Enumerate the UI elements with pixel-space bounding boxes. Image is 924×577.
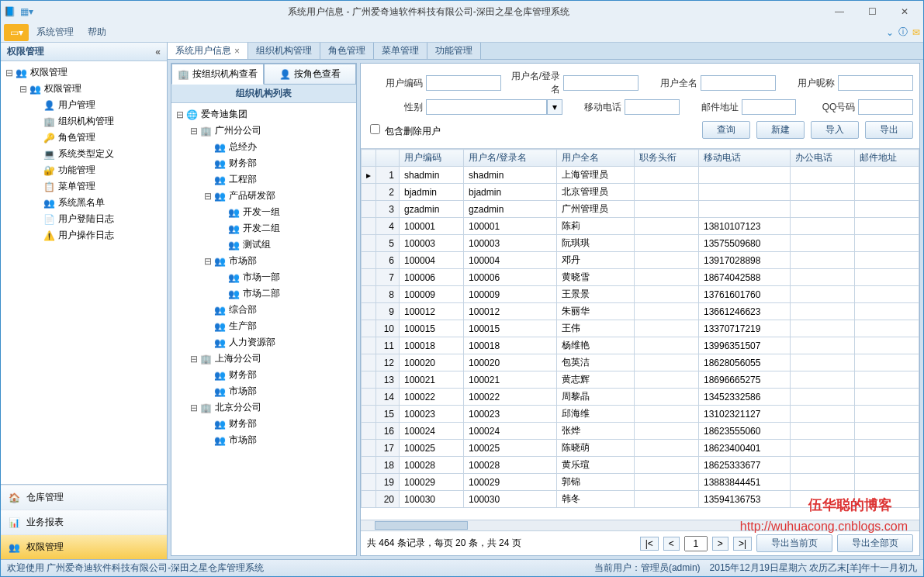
sidebar-item[interactable]: 🔑角色管理 bbox=[33, 130, 164, 146]
table-row[interactable]: 5100003100003阮琪琪13575509680 bbox=[362, 235, 919, 252]
query-button[interactable]: 查询 bbox=[702, 121, 750, 139]
table-row[interactable]: 18100028100028黄乐瑄18625333677 bbox=[362, 457, 919, 474]
doc-tab[interactable]: 角色管理 bbox=[320, 43, 374, 59]
nav-item[interactable]: 👥权限管理 bbox=[1, 534, 167, 559]
org-node[interactable]: 👥开发一组 bbox=[218, 204, 353, 220]
info-icon[interactable]: ⓘ bbox=[898, 26, 908, 39]
input-code[interactable] bbox=[426, 75, 501, 91]
sidebar-item[interactable]: 📋菜单管理 bbox=[33, 178, 164, 195]
input-login[interactable] bbox=[563, 75, 638, 91]
close-icon[interactable]: × bbox=[234, 46, 240, 57]
collapse-icon[interactable]: « bbox=[155, 47, 161, 57]
org-node[interactable]: 👥市场二部 bbox=[218, 285, 353, 302]
horizontal-scrollbar[interactable] bbox=[361, 520, 919, 530]
table-row[interactable]: 8100009100009王景景13761601760 bbox=[362, 286, 919, 303]
org-node[interactable]: ⊟🏢上海分公司 bbox=[190, 351, 353, 367]
sidebar-item[interactable]: 💻系统类型定义 bbox=[33, 146, 164, 162]
org-node[interactable]: ⊟👥市场部 bbox=[204, 253, 353, 269]
org-node[interactable]: 👥总经办 bbox=[204, 139, 353, 155]
sidebar-item[interactable]: 📄用户登陆日志 bbox=[33, 211, 164, 227]
qat-icon[interactable]: ▦▾ bbox=[20, 6, 33, 17]
org-node[interactable]: 👥市场部 bbox=[204, 432, 353, 448]
doc-tab[interactable]: 菜单管理 bbox=[374, 43, 427, 59]
table-row[interactable]: 19100029100029郭锦13883844451 bbox=[362, 474, 919, 491]
table-row[interactable]: 20100030100030韩冬13594136753 bbox=[362, 491, 919, 508]
export-all-pages-button[interactable]: 导出全部页 bbox=[837, 534, 913, 552]
org-node[interactable]: 👥工程部 bbox=[204, 171, 353, 188]
column-header[interactable]: 移动电话 bbox=[699, 150, 791, 167]
input-nickname[interactable] bbox=[838, 75, 913, 91]
org-node[interactable]: 👥测试组 bbox=[218, 237, 353, 253]
menu-system[interactable]: 系统管理 bbox=[36, 26, 74, 39]
column-header[interactable]: 用户全名 bbox=[557, 150, 634, 167]
doc-tab[interactable]: 系统用户信息× bbox=[168, 43, 248, 59]
sidebar-item[interactable]: 👥系统黑名单 bbox=[33, 195, 164, 211]
import-button[interactable]: 导入 bbox=[811, 121, 859, 139]
column-header[interactable]: 职务头衔 bbox=[634, 150, 698, 167]
new-button[interactable]: 新建 bbox=[756, 121, 805, 139]
column-header[interactable]: 用户名/登录名 bbox=[464, 150, 557, 167]
close-button[interactable]: ✕ bbox=[889, 4, 920, 19]
main-menu-button[interactable]: ▭▾ bbox=[4, 24, 29, 41]
tab-by-org[interactable]: 🏢按组织机构查看 bbox=[171, 64, 264, 85]
org-node[interactable]: ⊟🏢广州分公司 bbox=[190, 123, 353, 139]
maximize-button[interactable]: ☐ bbox=[857, 4, 888, 19]
table-row[interactable]: 12100020100020包英洁18628056055 bbox=[362, 354, 919, 371]
org-node[interactable]: 👥财务部 bbox=[204, 367, 353, 383]
user-grid[interactable]: 用户编码用户名/登录名用户全名职务头衔移动电话办公电话邮件地址 ▸1shadmi… bbox=[361, 149, 919, 520]
input-gender[interactable] bbox=[426, 99, 547, 115]
column-header[interactable]: 用户编码 bbox=[400, 150, 464, 167]
table-row[interactable]: 10100015100015王伟13370717219 bbox=[362, 320, 919, 337]
table-row[interactable]: 17100025100025陈晓萌18623400401 bbox=[362, 440, 919, 457]
table-row[interactable]: 3gzadmingzadmin广州管理员 bbox=[362, 201, 919, 218]
next-page-button[interactable]: > bbox=[712, 537, 728, 551]
sidebar-item[interactable]: 👤用户管理 bbox=[33, 97, 164, 113]
table-row[interactable]: 13100021100021黄志辉18696665275 bbox=[362, 371, 919, 389]
table-row[interactable]: 2bjadminbjadmin北京管理员 bbox=[362, 184, 919, 201]
table-row[interactable]: 16100024100024张烨18623555060 bbox=[362, 423, 919, 440]
tree-root[interactable]: ⊟👥权限管理 bbox=[5, 64, 164, 81]
page-input[interactable] bbox=[684, 536, 708, 551]
mail-icon[interactable]: ✉ bbox=[912, 27, 920, 38]
org-root[interactable]: ⊟🌐爱奇迪集团 bbox=[176, 106, 353, 123]
prev-page-button[interactable]: < bbox=[663, 537, 680, 551]
column-header[interactable]: 办公电话 bbox=[790, 150, 854, 167]
org-node[interactable]: ⊟🏢北京分公司 bbox=[190, 399, 353, 416]
org-node[interactable]: 👥人力资源部 bbox=[204, 334, 353, 351]
sidebar-item[interactable]: 🏢组织机构管理 bbox=[33, 113, 164, 130]
menu-help[interactable]: 帮助 bbox=[88, 26, 106, 39]
org-node[interactable]: 👥市场一部 bbox=[218, 269, 353, 285]
nav-item[interactable]: 🏠仓库管理 bbox=[1, 485, 167, 510]
table-row[interactable]: 14100022100022周黎晶13452332586 bbox=[362, 389, 919, 406]
minimize-button[interactable]: — bbox=[824, 4, 855, 19]
last-page-button[interactable]: >| bbox=[733, 537, 752, 551]
doc-tab[interactable]: 功能管理 bbox=[427, 43, 481, 59]
tree-level2[interactable]: ⊟👥权限管理 bbox=[19, 81, 164, 97]
input-mobile[interactable] bbox=[625, 99, 680, 115]
gender-dropdown-button[interactable]: ▾ bbox=[547, 99, 562, 115]
table-row[interactable]: 6100004100004邓丹13917028898 bbox=[362, 252, 919, 269]
table-row[interactable]: 11100018100018杨维艳13996351507 bbox=[362, 337, 919, 354]
export-current-page-button[interactable]: 导出当前页 bbox=[756, 534, 832, 552]
sidebar-item[interactable]: 🔐功能管理 bbox=[33, 162, 164, 178]
org-node[interactable]: 👥生产部 bbox=[204, 318, 353, 334]
input-qq[interactable] bbox=[858, 99, 913, 115]
input-fullname[interactable] bbox=[701, 75, 776, 91]
org-node[interactable]: 👥开发二组 bbox=[218, 220, 353, 237]
export-button[interactable]: 导出 bbox=[865, 121, 913, 139]
doc-tab[interactable]: 组织机构管理 bbox=[248, 43, 320, 59]
include-deleted-checkbox[interactable]: 包含删除用户 bbox=[367, 122, 441, 138]
org-node[interactable]: 👥财务部 bbox=[204, 155, 353, 171]
org-node[interactable]: 👥财务部 bbox=[204, 416, 353, 432]
table-row[interactable]: ▸1shadminshadmin上海管理员 bbox=[362, 167, 919, 184]
table-row[interactable]: 9100012100012朱丽华13661246623 bbox=[362, 303, 919, 320]
input-email[interactable] bbox=[742, 99, 797, 115]
org-node[interactable]: 👥市场部 bbox=[204, 383, 353, 399]
table-row[interactable]: 7100006100006黄晓雪18674042588 bbox=[362, 269, 919, 286]
table-row[interactable]: 15100023100023邱海维13102321127 bbox=[362, 406, 919, 423]
org-node[interactable]: 👥综合部 bbox=[204, 302, 353, 318]
tab-by-role[interactable]: 👤按角色查看 bbox=[264, 64, 356, 85]
org-node[interactable]: ⊟👥产品研发部 bbox=[204, 188, 353, 204]
nav-item[interactable]: 📊业务报表 bbox=[1, 510, 167, 534]
first-page-button[interactable]: |< bbox=[640, 537, 659, 551]
